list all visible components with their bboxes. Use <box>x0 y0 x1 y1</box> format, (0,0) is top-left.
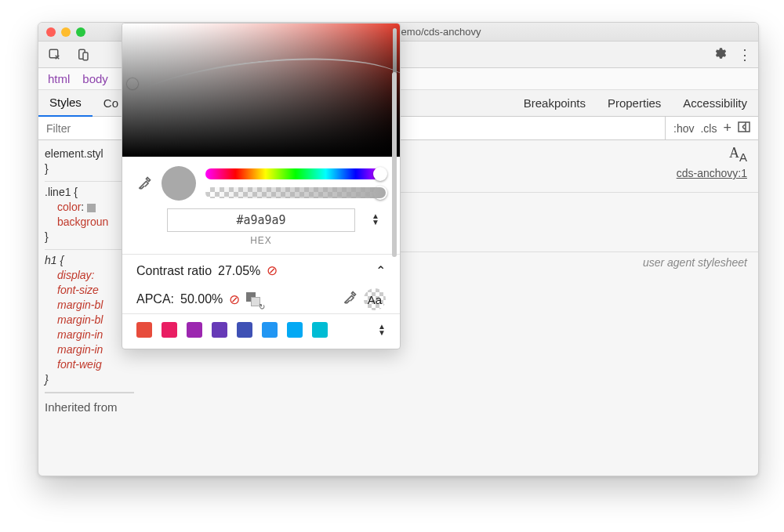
brace-close-3: } <box>45 372 134 387</box>
color-swatch-icon[interactable] <box>87 204 96 212</box>
bg-eyedropper-icon[interactable] <box>342 290 358 309</box>
svg-rect-2 <box>83 52 88 60</box>
brace-close: } <box>45 161 134 176</box>
tab-accessibility[interactable]: Accessibility <box>672 96 758 110</box>
element-style-selector[interactable]: element.styl <box>45 147 134 161</box>
sv-handle[interactable] <box>127 78 138 89</box>
tab-properties[interactable]: Properties <box>597 96 672 110</box>
hue-thumb[interactable] <box>373 167 387 181</box>
alpha-slider[interactable] <box>205 187 386 198</box>
palette-switch-icon[interactable]: ▲▼ <box>378 324 386 336</box>
format-switch-icon[interactable]: ▲▼ <box>372 213 379 226</box>
kebab-icon[interactable]: ⋮ <box>738 46 752 63</box>
current-color-swatch[interactable] <box>162 166 196 201</box>
h1-selector[interactable]: h1 { <box>45 253 134 268</box>
inherited-section: Inherited from <box>45 393 134 414</box>
palette-swatch[interactable] <box>187 322 202 338</box>
svg-rect-3 <box>739 122 750 132</box>
crumb-html[interactable]: html <box>48 72 70 85</box>
prop-margin-block-1[interactable]: margin-bl <box>45 298 134 313</box>
line1-selector[interactable]: .line1 { <box>45 185 134 200</box>
contrast-fail-icon: ⊘ <box>267 262 278 279</box>
devtools-window: DevTools - jec.fyi/demo/cds-anchovy Sour… <box>38 22 759 476</box>
new-rule-button[interactable]: + <box>723 120 731 136</box>
prop-margin-inline-1[interactable]: margin-in <box>45 328 134 342</box>
color-picker-popover: ▲▼ HEX Contrast ratio 27.05% ⊘ ⌃ APCA: 5… <box>122 23 401 349</box>
contrast-line <box>122 45 400 147</box>
tab-styles[interactable]: Styles <box>38 89 93 117</box>
contrast-ratio-value: 27.05% <box>218 264 260 278</box>
prop-font-size[interactable]: font-size <box>45 283 134 298</box>
gear-icon[interactable] <box>713 46 727 63</box>
prop-margin-inline-2[interactable]: margin-in <box>45 342 134 357</box>
text-aa-icon[interactable]: AA <box>729 145 747 164</box>
eyedropper-icon[interactable] <box>136 176 152 191</box>
popover-scrollbar[interactable] <box>392 72 397 336</box>
apca-label: APCA: <box>136 292 174 306</box>
sidebar-toggle-icon[interactable] <box>738 121 750 135</box>
text-preview-icon[interactable]: Aa <box>364 288 386 310</box>
brace-close-2: } <box>45 230 134 244</box>
palette-swatch[interactable] <box>287 322 303 338</box>
swap-colors-icon[interactable]: ↻ <box>246 292 260 306</box>
palette-swatch[interactable] <box>136 322 152 338</box>
apca-value: 50.00% <box>180 292 223 306</box>
contrast-collapse-icon[interactable]: ⌃ <box>376 263 386 278</box>
crumb-body[interactable]: body <box>82 72 108 85</box>
apca-fail-icon: ⊘ <box>229 291 240 308</box>
cls-toggle[interactable]: .cls <box>700 122 717 135</box>
hov-toggle[interactable]: :hov <box>673 122 694 135</box>
prop-color[interactable]: color <box>57 201 81 213</box>
inspect-icon[interactable] <box>45 46 65 63</box>
palette-swatch[interactable] <box>162 322 177 338</box>
palette-swatch[interactable] <box>237 322 252 338</box>
palette-swatch[interactable] <box>212 322 227 338</box>
source-link[interactable]: cds-anchovy:1 <box>677 167 747 179</box>
alpha-thumb[interactable] <box>373 186 387 200</box>
palette-swatch[interactable] <box>262 322 278 338</box>
prop-background[interactable]: backgroun <box>57 215 108 228</box>
palette-swatch[interactable] <box>312 322 328 338</box>
hex-input[interactable] <box>167 208 355 232</box>
hex-label[interactable]: HEX <box>250 235 272 246</box>
palette-swatches: ▲▼ <box>122 314 400 349</box>
contrast-ratio-label: Contrast ratio <box>136 264 212 278</box>
prop-font-weight[interactable]: font-weig <box>45 357 134 372</box>
hue-slider[interactable] <box>205 168 386 179</box>
user-agent-stylesheet-label: user agent stylesheet <box>643 256 747 269</box>
prop-margin-block-2[interactable]: margin-bl <box>45 313 134 328</box>
saturation-value-field[interactable] <box>122 24 400 157</box>
device-icon[interactable] <box>73 46 93 63</box>
prop-display[interactable]: display: <box>45 268 134 283</box>
tab-dom-breakpoints[interactable]: Breakpoints <box>513 96 597 110</box>
